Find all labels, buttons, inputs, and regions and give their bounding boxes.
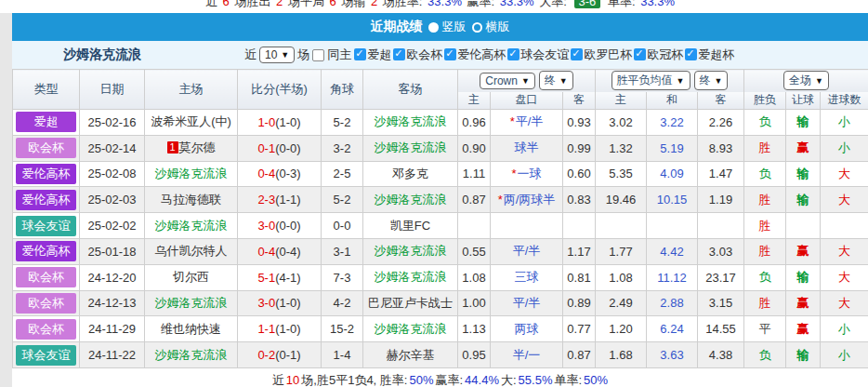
league-filter-爱伦高杯[interactable]: 爱伦高杯 <box>444 47 506 63</box>
avg-draw-odds: 10.15 <box>647 187 698 213</box>
checkbox-checked-icon[interactable] <box>634 48 646 60</box>
radio-selected-icon[interactable] <box>428 22 439 33</box>
col-header-score: 比分(半场) <box>238 70 322 110</box>
recent-count-select[interactable]: 10 ▼ <box>259 47 295 63</box>
team-name-text: 乌什凯尔特人 <box>155 244 228 258</box>
odds-home: 1.00 <box>458 290 491 316</box>
corner-score: 15-2 <box>322 316 363 342</box>
handicap-text: 平/半 <box>513 296 541 310</box>
avg-type-select[interactable]: 胜平负均值 ▼ <box>612 71 690 90</box>
home-team: 沙姆洛克流浪 <box>145 342 238 368</box>
away-team: 沙姆洛克流浪 <box>363 110 458 136</box>
same-home-checkbox[interactable] <box>312 49 324 61</box>
table-row: 球会友谊 25-02-02 沙姆洛克流浪 3-0(0-0) 0-0 凯里FC 胜 <box>13 213 868 239</box>
odds-home: 1.13 <box>458 316 491 342</box>
handicap-cell: 两球 <box>491 316 563 342</box>
competition-badge: 欧会杯 <box>16 319 76 340</box>
odds-away: 0.87 <box>563 342 596 368</box>
handicap-cell: *一球 <box>491 161 563 187</box>
team-name-text: 赫尔辛基 <box>387 348 435 362</box>
result-goals: 大 <box>821 187 868 213</box>
odds-away: 0.60 <box>563 161 596 187</box>
results-tbody: 爱超 25-02-16 波希米亚人(中) 1-0(1-0) 5-2 沙姆洛克流浪… <box>13 110 868 368</box>
handicap-text: 一球 <box>518 167 542 180</box>
result-handicap: 输 <box>786 264 821 290</box>
odds-stage-select[interactable]: 终 ▼ <box>539 71 573 90</box>
score-cell: 0-1(0-0) <box>238 135 322 161</box>
odds-home: 1.11 <box>458 161 491 187</box>
avg-home-odds: 2.49 <box>596 290 647 316</box>
handicap-text: 两/两球半 <box>504 193 556 207</box>
league-filter-爱超杯[interactable]: 爱超杯 <box>685 47 734 63</box>
away-team: 邓多克 <box>363 161 458 187</box>
score-cell: 1-0(1-0) <box>238 110 322 136</box>
avg-away-odds: 23.17 <box>698 264 744 290</box>
halftime-score: (0-0) <box>275 141 300 155</box>
filter-controls-row: 沙姆洛克流浪 近 10 ▼ 场 同主 爱超欧会杯爱伦高杯球会友谊欧罗巴杯欧冠杯爱… <box>12 41 868 69</box>
league-filter-欧会杯[interactable]: 欧会杯 <box>393 47 442 63</box>
avg-home-odds: 1.32 <box>596 135 647 161</box>
result-handicap <box>786 213 821 239</box>
layout-option-horizontal[interactable]: 横版 <box>472 19 510 35</box>
checkbox-checked-icon[interactable] <box>393 48 405 60</box>
handicap-text: 球半 <box>515 140 539 154</box>
away-team: 沙姆洛克流浪 <box>363 316 458 342</box>
stat-segment: 10 <box>285 373 300 387</box>
handicap-cell: *平/半 <box>491 110 563 136</box>
result-wdl: 平 <box>744 316 786 342</box>
fulltime-score: 0-4 <box>257 245 275 259</box>
fulltime-score: 0-2 <box>257 348 275 362</box>
result-handicap: 输 <box>786 342 821 368</box>
home-team: 沙姆洛克流浪 <box>145 213 238 239</box>
team-name-text: 沙姆洛克流浪 <box>155 296 228 310</box>
checkbox-checked-icon[interactable] <box>354 48 366 60</box>
competition-badge: 爱伦高杯 <box>16 241 76 261</box>
result-handicap: 赢 <box>786 135 821 161</box>
handicap-cell <box>491 213 563 239</box>
team-name-text: 沙姆洛克流浪 <box>375 114 447 128</box>
left-gutter <box>0 13 12 387</box>
layout-option-vertical[interactable]: 竖版 <box>428 19 467 35</box>
chevron-down-icon: ▼ <box>521 76 530 86</box>
stat-segment: 大: <box>500 372 518 387</box>
checkbox-checked-icon[interactable] <box>444 48 456 60</box>
team-name-text: 邓多克 <box>392 167 428 180</box>
scope-select[interactable]: 全场 ▼ <box>783 71 829 90</box>
avg-stage-value: 终 <box>700 73 711 88</box>
competition-badge: 球会友谊 <box>16 345 76 366</box>
title-bar: 近期战绩 竖版 横版 <box>12 13 868 41</box>
handicap-cell: 半/一 <box>491 342 563 368</box>
odds-away: 0.89 <box>563 290 596 316</box>
odds-company-select[interactable]: Crown ▼ <box>480 73 535 89</box>
result-wdl: 负 <box>744 110 786 136</box>
avg-draw-odds <box>647 213 698 239</box>
avg-draw-odds: 4.42 <box>647 238 698 264</box>
avg-away-odds: 3.03 <box>698 238 744 264</box>
subcol-avg-draw: 和 <box>647 92 698 110</box>
fulltime-score: 1-1 <box>257 322 275 336</box>
stat-segment: 场胜出 <box>230 0 275 8</box>
asterisk-icon: * <box>510 114 515 128</box>
league-filter-label: 爱超杯 <box>698 47 734 63</box>
match-date: 25-02-03 <box>80 187 145 213</box>
league-filter-爱超[interactable]: 爱超 <box>354 47 391 63</box>
handicap-text: 两球 <box>515 322 539 336</box>
league-filter-球会友谊[interactable]: 球会友谊 <box>507 47 569 63</box>
avg-home-odds: 1.08 <box>596 264 647 290</box>
radio-unselected-icon[interactable] <box>472 22 482 33</box>
league-filter-欧冠杯[interactable]: 欧冠杯 <box>634 47 683 63</box>
team-name-text: 沙姆洛克流浪 <box>375 140 447 154</box>
odds-home: 1.08 <box>458 264 491 290</box>
recent-label: 近 <box>244 47 256 63</box>
stat-segment: 单率: <box>603 0 639 8</box>
team-name-text: 维也纳快速 <box>161 322 221 336</box>
league-filter-label: 球会友谊 <box>520 47 569 63</box>
checkbox-checked-icon[interactable] <box>507 48 519 60</box>
checkbox-checked-icon[interactable] <box>571 48 583 60</box>
avg-stage-select[interactable]: 终 ▼ <box>694 71 729 90</box>
fulltime-score: 0-1 <box>257 141 275 155</box>
away-team: 凯里FC <box>363 213 458 239</box>
league-filter-label: 爱超 <box>367 47 391 63</box>
checkbox-checked-icon[interactable] <box>685 48 697 60</box>
league-filter-欧罗巴杯[interactable]: 欧罗巴杯 <box>571 47 632 63</box>
